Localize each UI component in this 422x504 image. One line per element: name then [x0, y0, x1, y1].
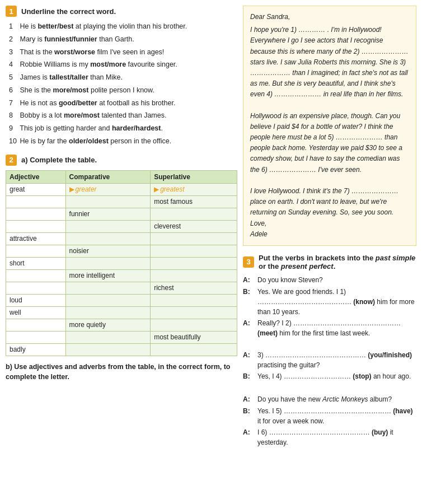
- speaker-label: A:: [243, 394, 255, 405]
- list-item: 1 He is better/best at playing the violi…: [8, 21, 237, 32]
- letter-box: Dear Sandra, I hope you're 1) ………… . I'm…: [243, 6, 416, 246]
- bold-word: more/most: [64, 111, 100, 119]
- list-item: 2 Mary is funniest/funnier than Garth.: [8, 34, 237, 45]
- dialogue-content: Really? I 2) ………………………………………… (meet) him…: [257, 318, 416, 338]
- section1-header: 1 Underline the correct word.: [6, 6, 237, 17]
- table-row: badly: [6, 343, 237, 356]
- section2b-title: b) Use adjectives and adverbs from the t…: [6, 363, 231, 381]
- adjective-table-container: Adjective Comparative Superlative great …: [6, 170, 237, 356]
- arrow-icon: ▶: [154, 185, 159, 193]
- speaker-label: B:: [243, 406, 255, 426]
- dialogue-content: Yes, I 4) ………………………… (stop) an hour ago.: [257, 371, 416, 382]
- dialogue-container: A: Do you know Steven? B: Yes. We are go…: [243, 275, 416, 447]
- col-superlative: Superlative: [151, 170, 237, 183]
- table-row: cleverest: [6, 220, 237, 232]
- dialogue-content: Yes. I 5) ………………………………………… (have) it for…: [257, 406, 416, 426]
- list-item: 9 This job is getting harder and harder/…: [8, 123, 237, 134]
- speaker-label: B:: [243, 371, 255, 382]
- dialogue-line: A: Do you have the new Arctic Monkeys al…: [243, 394, 416, 405]
- dialogue-line: B: Yes. We are good friends. I 1) …………………: [243, 287, 416, 317]
- section2-header: 2 a) Complete the table.: [6, 155, 237, 166]
- table-row: well: [6, 306, 237, 319]
- table-row: richest: [6, 282, 237, 294]
- section1-number: 1: [6, 6, 17, 17]
- table-row: more intelligent: [6, 269, 237, 282]
- list-item: 5 James is tallest/taller than Mike.: [8, 72, 237, 83]
- dialogue-content: Yes. We are good friends. I 1) …………………………: [257, 287, 416, 317]
- list-item: 6 She is the more/most polite person I k…: [8, 85, 237, 96]
- dialogue-content: Do you have the new Arctic Monkeys album…: [257, 394, 416, 405]
- section3-header: 3 Put the verbs in brackets into the pas…: [243, 254, 416, 270]
- bold-word: most/more: [90, 60, 126, 68]
- bold-word: harder/hardest: [112, 124, 161, 132]
- adjective-table: Adjective Comparative Superlative great …: [6, 170, 237, 356]
- main-container: 1 Underline the correct word. 1 He is be…: [6, 6, 416, 449]
- arrow-icon: ▶: [69, 185, 74, 193]
- section1: 1 Underline the correct word. 1 He is be…: [6, 6, 237, 147]
- speaker-label: A:: [243, 318, 255, 338]
- table-row: loud: [6, 294, 237, 306]
- list-item: 8 Bobby is a lot more/most talented than…: [8, 110, 237, 121]
- bold-word: good/better: [59, 99, 97, 107]
- dialogue-line: A: 3) ……………………………………… (you/finished) pra…: [243, 350, 416, 370]
- speaker-label: A:: [243, 275, 255, 286]
- speaker-label: A:: [243, 350, 255, 370]
- section3: 3 Put the verbs in brackets into the pas…: [243, 254, 416, 447]
- right-column: Dear Sandra, I hope you're 1) ………… . I'm…: [243, 6, 416, 449]
- letter-body: I hope you're 1) ………… . I'm in Hollywood…: [250, 25, 409, 240]
- dialogue-line: B: Yes. I 5) ………………………………………… (have) it …: [243, 406, 416, 426]
- table-row: great ▶greater ▶greatest: [6, 183, 237, 195]
- speaker-label: B:: [243, 287, 255, 317]
- bold-word: better/best: [37, 22, 73, 30]
- dialogue-content: Do you know Steven?: [257, 275, 416, 286]
- col-comparative: Comparative: [65, 170, 151, 183]
- dialogue-line: A: Really? I 2) ………………………………………… (meet) …: [243, 318, 416, 338]
- col-adjective: Adjective: [6, 170, 66, 183]
- bold-word: older/oldest: [69, 137, 109, 145]
- exercise-list-1: 1 He is better/best at playing the violi…: [6, 21, 237, 147]
- dialogue-line: B: Yes, I 4) ………………………… (stop) an hour a…: [243, 371, 416, 382]
- dialogue-content: I 6) ……………………………………… (buy) it yesterday.: [257, 427, 416, 447]
- list-item: 3 That is the worst/worse film I've seen…: [8, 47, 237, 58]
- section3-number: 3: [243, 256, 254, 268]
- dialogue-line: A: I 6) ……………………………………… (buy) it yesterd…: [243, 427, 416, 447]
- table-row: noisier: [6, 245, 237, 257]
- bold-word: funniest/funnier: [44, 35, 97, 43]
- table-row: more quietly: [6, 319, 237, 331]
- dialogue-line: A: Do you know Steven?: [243, 275, 416, 286]
- list-item: 10 He is by far the older/oldest person …: [8, 136, 237, 147]
- letter-salutation: Dear Sandra,: [250, 12, 409, 22]
- section2b: b) Use adjectives and adverbs from the t…: [6, 362, 237, 383]
- bold-word: worst/worse: [54, 48, 95, 56]
- bold-word: more/most: [53, 86, 89, 94]
- section1-title: Underline the correct word.: [21, 7, 116, 16]
- table-row: attractive: [6, 232, 237, 245]
- section2: 2 a) Complete the table. Adjective Compa…: [6, 155, 237, 383]
- left-column: 1 Underline the correct word. 1 He is be…: [6, 6, 237, 449]
- speaker-label: A:: [243, 427, 255, 447]
- table-row: funnier: [6, 208, 237, 220]
- table-row: most beautifully: [6, 331, 237, 343]
- section2-number: 2: [6, 155, 17, 166]
- bold-word: tallest/taller: [49, 73, 88, 81]
- list-item: 4 Robbie Williams is my most/more favour…: [8, 59, 237, 70]
- table-row: most famous: [6, 195, 237, 208]
- section2-title: a) Complete the table.: [21, 156, 97, 164]
- table-row: short: [6, 257, 237, 269]
- list-item: 7 He is not as good/better at football a…: [8, 98, 237, 109]
- section3-title: Put the verbs in brackets into the past …: [259, 254, 416, 270]
- dialogue-content: 3) ……………………………………… (you/finished) practi…: [257, 350, 416, 370]
